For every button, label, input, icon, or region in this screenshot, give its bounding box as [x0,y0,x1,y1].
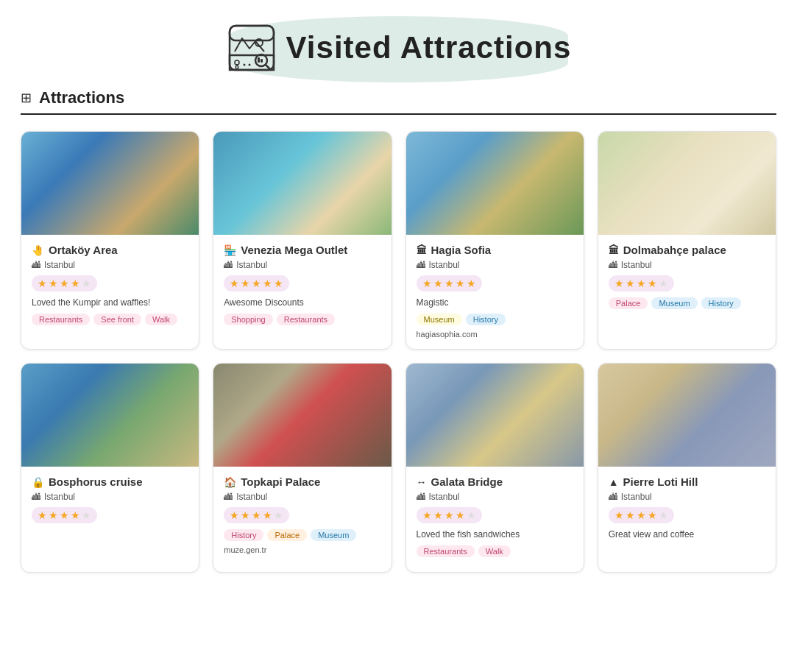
star-icon: ★ [252,277,261,289]
star-icon: ★ [444,509,454,521]
card-name-icon: 🏛 [417,244,427,256]
star-icon: ★ [659,277,668,289]
tag: Museum [311,529,356,541]
card-stars: ★★★★★ [417,275,482,291]
card-stars: ★★★★★ [32,275,97,291]
card-name: 🤚 Ortaköy Area [32,244,188,256]
card-location: 🏙 Istanbul [224,260,380,270]
card-name-text: Venezia Mega Outlet [241,244,347,256]
attraction-card: 🔒 Bosphorus cruise 🏙 Istanbul ★★★★★ [21,363,199,573]
star-icon: ★ [626,509,635,521]
location-icon: 🏙 [32,492,40,502]
star-icon: ★ [274,509,283,521]
tag: History [701,297,741,309]
card-location: 🏙 Istanbul [32,492,188,502]
star-icon: ★ [456,277,465,289]
location-icon: 🏙 [32,260,40,270]
card-tags: ShoppingRestaurants [224,314,380,325]
card-location: 🏙 Istanbul [609,260,765,270]
tag: Museum [651,297,697,309]
card-body: ▲ Pierre Loti Hill 🏙 Istanbul ★★★★★ Grea… [598,467,776,556]
attraction-card: 🏛 Hagia Sofia 🏙 Istanbul ★★★★★ Magistic … [405,131,584,350]
card-stars: ★★★★★ [32,507,97,523]
card-image [406,364,584,467]
card-link[interactable]: hagiasophia.com [417,330,573,339]
card-name-text: Dolmabahçe palace [623,244,726,256]
card-image [213,364,391,467]
header-title: Visited Attractions [286,30,572,66]
location-icon: 🏙 [224,260,233,270]
logo-icon [226,22,277,74]
star-icon: ★ [252,509,261,521]
attractions-section: ⊞ Attractions 🤚 Ortaköy Area 🏙 Istanbul … [0,88,797,593]
svg-point-9 [243,64,245,66]
svg-rect-1 [230,26,274,40]
card-body: 🏛 Hagia Sofia 🏙 Istanbul ★★★★★ Magistic … [406,235,584,349]
card-name-icon: ↔ [417,476,427,488]
card-description: Loved the fish sandwiches [417,529,573,540]
star-icon: ★ [82,277,91,289]
star-icon: ★ [263,277,272,289]
card-city: Istanbul [429,492,460,502]
star-icon: ★ [637,277,646,289]
card-name-text: Galata Bridge [431,475,503,488]
card-location: 🏙 Istanbul [417,492,573,502]
card-city: Istanbul [429,260,460,270]
card-name-icon: 🏪 [224,244,236,256]
card-city: Istanbul [44,492,75,502]
card-stars: ★★★★★ [417,507,482,523]
star-icon: ★ [433,277,443,289]
tag: Museum [417,314,462,325]
card-body: 🔒 Bosphorus cruise 🏙 Istanbul ★★★★★ [21,467,199,540]
svg-rect-7 [261,59,263,63]
tag: Shopping [224,314,273,325]
tag: See front [93,314,141,325]
card-city: Istanbul [236,260,267,270]
card-name: 🏪 Venezia Mega Outlet [224,244,380,256]
card-location: 🏙 Istanbul [417,260,573,270]
star-icon: ★ [614,509,624,521]
tag: History [224,529,263,541]
card-tags: RestaurantsSee frontWalk [32,314,188,325]
star-icon: ★ [637,509,646,521]
card-tags: HistoryPalaceMuseum [224,529,380,541]
card-name-icon: ▲ [609,476,619,488]
card-body: 🏪 Venezia Mega Outlet 🏙 Istanbul ★★★★★ A… [213,235,391,340]
svg-rect-6 [258,57,260,63]
star-icon: ★ [614,277,624,289]
star-icon: ★ [230,277,239,289]
tag: Palace [267,529,307,541]
svg-point-10 [248,64,250,66]
card-name: 🏛 Hagia Sofia [417,244,573,256]
star-icon: ★ [422,277,432,289]
tag: Restaurants [417,545,475,557]
card-stars: ★★★★★ [609,507,674,523]
star-icon: ★ [241,509,250,521]
card-city: Istanbul [621,260,652,270]
card-link[interactable]: muze.gen.tr [224,545,380,554]
card-name-icon: 🔒 [32,476,44,488]
section-header: ⊞ Attractions [21,88,776,115]
card-name-icon: 🏛 [609,244,619,256]
card-image [406,132,584,235]
header-content: Visited Attractions [226,22,572,74]
star-icon: ★ [433,509,443,521]
tag: Walk [478,545,511,557]
card-name: ▲ Pierre Loti Hill [609,475,765,488]
tag: Restaurants [277,314,335,325]
card-city: Istanbul [621,492,652,502]
card-stars: ★★★★★ [224,275,289,291]
star-icon: ★ [456,509,465,521]
card-name: 🔒 Bosphorus cruise [32,475,188,488]
attraction-card: 🤚 Ortaköy Area 🏙 Istanbul ★★★★★ Loved th… [21,131,199,350]
star-icon: ★ [444,277,454,289]
section-title: Attractions [39,88,124,107]
card-name-text: Ortaköy Area [49,244,118,256]
star-icon: ★ [241,277,250,289]
card-location: 🏙 Istanbul [32,260,188,270]
star-icon: ★ [659,509,668,521]
star-icon: ★ [82,509,91,521]
location-icon: 🏙 [224,492,233,502]
star-icon: ★ [626,277,635,289]
cards-grid: 🤚 Ortaköy Area 🏙 Istanbul ★★★★★ Loved th… [21,131,776,573]
